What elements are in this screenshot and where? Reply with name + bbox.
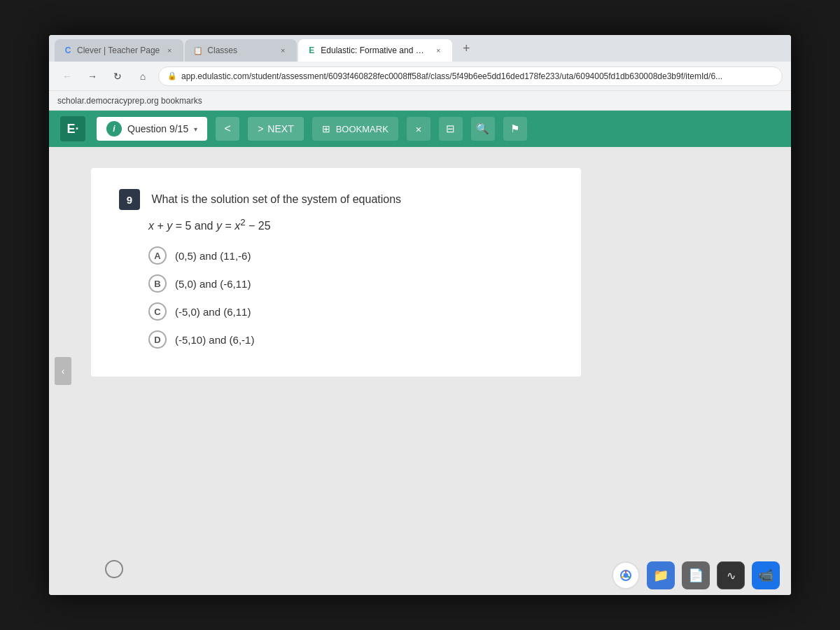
chrome-icon[interactable] — [612, 561, 640, 589]
chevron-down-icon: ▾ — [194, 125, 197, 133]
url-text: app.edulastic.com/student/assessment/609… — [181, 71, 722, 81]
clever-favicon: C — [63, 46, 73, 55]
question-header: 9 What is the solution set of the system… — [119, 189, 553, 210]
option-d-circle: D — [148, 330, 167, 349]
grid-tool-button[interactable]: ⊟ — [439, 117, 463, 141]
edulastic-logo: E· — [60, 116, 85, 141]
option-c-circle: C — [148, 302, 167, 321]
classes-favicon: 📋 — [193, 46, 203, 55]
option-c-text: (-5,0) and (6,11) — [175, 306, 251, 318]
search-icon: 🔍 — [476, 122, 489, 135]
side-nav-arrow[interactable]: ‹ — [55, 357, 71, 385]
tab-edulastic[interactable]: E Edulastic: Formative and Summ × — [298, 39, 452, 62]
flag-icon: ⚑ — [510, 122, 519, 135]
equation: x + y = 5 and y = x2 − 25 — [148, 217, 553, 232]
docs-icon[interactable]: 📄 — [682, 561, 710, 589]
question-number: 9 — [119, 189, 140, 210]
bookmarks-label[interactable]: scholar.democracyprep.org bookmarks — [57, 96, 202, 106]
files-icon[interactable]: 📁 — [647, 561, 675, 589]
question-info[interactable]: i Question 9/15 ▾ — [97, 117, 207, 141]
option-b-text: (5,0) and (-6,11) — [175, 278, 251, 290]
bookmark-button[interactable]: ⊞ BOOKMARK — [312, 117, 398, 141]
tab-classes-close[interactable]: × — [277, 45, 288, 56]
next-question-button[interactable]: > NEXT — [248, 117, 304, 141]
grid-icon: ⊟ — [446, 122, 455, 135]
taskbar: 📁 📄 ∿ 📹 — [601, 556, 791, 595]
svg-point-1 — [624, 573, 629, 578]
tab-bar: C Clever | Teacher Page × 📋 Classes × E … — [49, 35, 791, 62]
home-button[interactable]: ⌂ — [133, 66, 153, 86]
tab-edulastic-label: Edulastic: Formative and Summ — [321, 46, 428, 55]
option-d-text: (-5,10) and (6,-1) — [175, 334, 254, 346]
next-label: NEXT — [267, 123, 293, 134]
options-list: A (0,5) and (11,-6) B (5,0) and (-6,11) … — [148, 246, 553, 349]
tab-clever-label: Clever | Teacher Page — [77, 46, 160, 55]
forward-button[interactable]: → — [83, 66, 102, 86]
tab-clever[interactable]: C Clever | Teacher Page × — [55, 39, 183, 62]
option-b-circle: B — [148, 274, 167, 293]
option-a[interactable]: A (0,5) and (11,-6) — [148, 246, 553, 265]
meet-icon[interactable]: 📹 — [752, 561, 780, 589]
address-bar: ← → ↻ ⌂ 🔒 app.edulastic.com/student/asse… — [49, 62, 791, 91]
question-counter: Question 9/15 — [127, 123, 188, 134]
option-b[interactable]: B (5,0) and (-6,11) — [148, 274, 553, 293]
edulastic-favicon: E — [307, 46, 316, 55]
option-a-text: (0,5) and (11,-6) — [175, 250, 251, 262]
wave-icon[interactable]: ∿ — [717, 561, 745, 589]
lock-icon: 🔒 — [167, 71, 177, 80]
info-icon: i — [106, 121, 122, 136]
option-a-circle: A — [148, 246, 167, 265]
tab-edulastic-close[interactable]: × — [433, 45, 444, 56]
bottom-circle-button[interactable] — [105, 560, 123, 578]
main-content: ‹ 9 What is the solution set of the syst… — [49, 147, 791, 595]
option-d[interactable]: D (-5,10) and (6,-1) — [148, 330, 553, 349]
search-tool-button[interactable]: 🔍 — [471, 117, 495, 141]
edulastic-toolbar: E· i Question 9/15 ▾ < > NEXT ⊞ BOOKMARK — [49, 111, 791, 147]
new-tab-button[interactable]: + — [456, 38, 476, 58]
flag-tool-button[interactable]: ⚑ — [503, 117, 527, 141]
reload-button[interactable]: ↻ — [108, 66, 127, 86]
close-tool-button[interactable]: × — [407, 117, 430, 141]
tab-clever-close[interactable]: × — [164, 45, 175, 56]
url-bar[interactable]: 🔒 app.edulastic.com/student/assessment/6… — [158, 66, 783, 86]
back-button[interactable]: ← — [57, 66, 77, 86]
tab-classes[interactable]: 📋 Classes × — [185, 39, 297, 62]
prev-question-button[interactable]: < — [216, 117, 239, 141]
bookmarks-bar: scholar.democracyprep.org bookmarks — [49, 91, 791, 111]
question-text: What is the solution set of the system o… — [151, 193, 401, 205]
tab-classes-label: Classes — [207, 46, 273, 55]
close-tool-icon: × — [415, 123, 421, 135]
option-c[interactable]: C (-5,0) and (6,11) — [148, 302, 553, 321]
question-card: 9 What is the solution set of the system… — [91, 168, 581, 377]
bookmark-icon: ⊞ — [322, 123, 330, 134]
bookmark-label: BOOKMARK — [336, 124, 388, 134]
